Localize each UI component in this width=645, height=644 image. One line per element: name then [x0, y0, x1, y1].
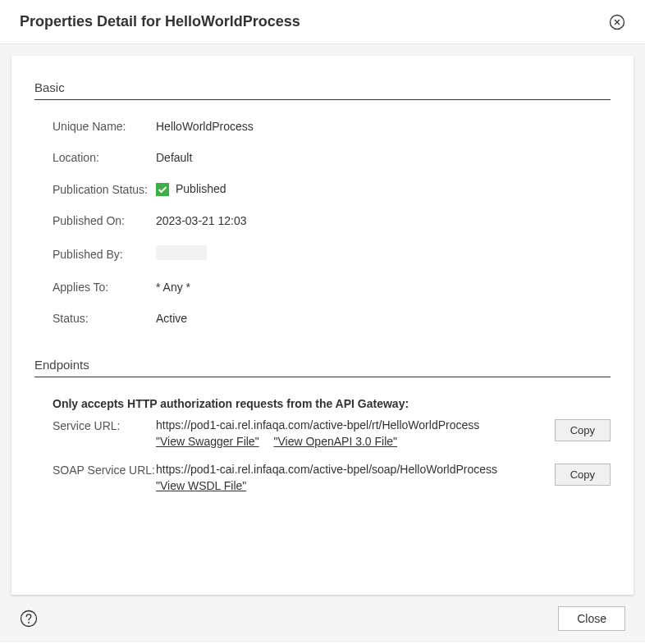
- endpoint-links: "View Swagger File" "View OpenAPI 3.0 Fi…: [156, 435, 545, 448]
- field-value: Published: [156, 182, 226, 196]
- field-published-by: Published By:: [34, 245, 611, 263]
- view-swagger-link[interactable]: "View Swagger File": [156, 435, 259, 448]
- service-url-value: https://pod1-cai.rel.infaqa.com/active-b…: [156, 418, 545, 432]
- field-publication-status: Publication Status: Published: [34, 182, 611, 196]
- checkmark-icon: [156, 183, 169, 196]
- field-label: Applies To:: [53, 281, 156, 294]
- field-unique-name: Unique Name: HelloWorldProcess: [34, 120, 611, 133]
- dialog-footer: Close: [11, 595, 634, 631]
- close-button[interactable]: Close: [558, 606, 625, 631]
- field-published-on: Published On: 2023-03-21 12:03: [34, 214, 611, 227]
- field-value: [156, 245, 207, 263]
- endpoint-links: "View WSDL File": [156, 479, 545, 492]
- endpoints-section-title: Endpoints: [34, 358, 611, 372]
- endpoint-service-url: Service URL: https://pod1-cai.rel.infaqa…: [34, 418, 611, 448]
- field-value: 2023-03-21 12:03: [156, 214, 247, 227]
- field-value: HelloWorldProcess: [156, 120, 254, 133]
- field-label: Publication Status:: [53, 183, 156, 196]
- field-label: Unique Name:: [53, 120, 156, 133]
- svg-point-4: [28, 622, 30, 623]
- copy-service-url-button[interactable]: Copy: [555, 419, 611, 441]
- content-wrapper: Basic Unique Name: HelloWorldProcess Loc…: [0, 44, 645, 642]
- field-location: Location: Default: [34, 151, 611, 164]
- soap-url-value: https://pod1-cai.rel.infaqa.com/active-b…: [156, 463, 545, 476]
- section-divider: [34, 377, 611, 377]
- field-label: Published By:: [53, 248, 156, 261]
- section-divider: [34, 99, 611, 100]
- endpoint-content: https://pod1-cai.rel.infaqa.com/active-b…: [156, 418, 555, 448]
- properties-panel: Basic Unique Name: HelloWorldProcess Loc…: [11, 56, 634, 595]
- dialog-header: Properties Detail for HelloWorldProcess: [0, 0, 645, 44]
- endpoint-soap-url: SOAP Service URL: https://pod1-cai.rel.i…: [34, 463, 611, 492]
- basic-section-title: Basic: [34, 80, 611, 94]
- field-applies-to: Applies To: * Any *: [34, 281, 611, 294]
- field-label: Published On:: [53, 214, 156, 227]
- field-value: * Any *: [156, 281, 190, 294]
- endpoint-content: https://pod1-cai.rel.infaqa.com/active-b…: [156, 463, 555, 492]
- publication-status-text: Published: [176, 182, 226, 195]
- dialog-title: Properties Detail for HelloWorldProcess: [20, 13, 300, 30]
- svg-point-3: [21, 611, 37, 627]
- view-openapi-link[interactable]: "View OpenAPI 3.0 File": [274, 435, 398, 448]
- endpoints-section: Endpoints Only accepts HTTP authorizatio…: [34, 358, 611, 492]
- endpoint-label: Service URL:: [53, 418, 156, 432]
- redacted-value: [156, 245, 207, 260]
- view-wsdl-link[interactable]: "View WSDL File": [156, 479, 246, 492]
- copy-soap-url-button[interactable]: Copy: [555, 464, 611, 486]
- field-value: Default: [156, 151, 192, 164]
- field-label: Status:: [53, 312, 156, 325]
- help-icon[interactable]: [20, 610, 38, 628]
- close-icon[interactable]: [609, 14, 625, 30]
- field-status: Status: Active: [34, 312, 611, 325]
- endpoint-label: SOAP Service URL:: [53, 463, 156, 477]
- field-label: Location:: [53, 151, 156, 164]
- endpoints-note: Only accepts HTTP authorization requests…: [34, 397, 611, 410]
- field-value: Active: [156, 312, 187, 325]
